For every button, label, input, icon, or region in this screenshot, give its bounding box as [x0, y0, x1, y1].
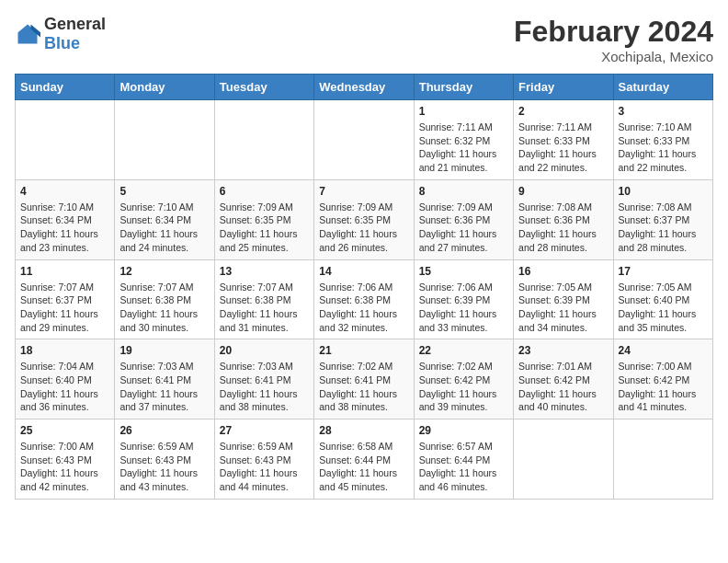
calendar-cell: 19Sunrise: 7:03 AM Sunset: 6:41 PM Dayli…	[115, 339, 214, 419]
day-number: 26	[119, 424, 209, 437]
calendar-cell: 17Sunrise: 7:05 AM Sunset: 6:40 PM Dayli…	[613, 259, 712, 339]
calendar-cell: 4Sunrise: 7:10 AM Sunset: 6:34 PM Daylig…	[16, 179, 115, 259]
day-number: 16	[518, 265, 608, 278]
day-number: 24	[619, 344, 708, 357]
day-number: 29	[419, 424, 508, 437]
calendar-cell: 23Sunrise: 7:01 AM Sunset: 6:42 PM Dayli…	[514, 339, 613, 419]
day-info: Sunrise: 7:10 AM Sunset: 6:33 PM Dayligh…	[619, 121, 708, 175]
day-number: 5	[119, 185, 209, 198]
calendar-cell: 2Sunrise: 7:11 AM Sunset: 6:33 PM Daylig…	[514, 100, 613, 180]
month-year-title: February 2024	[514, 15, 713, 49]
day-number: 9	[518, 185, 608, 198]
weekday-header-row: SundayMondayTuesdayWednesdayThursdayFrid…	[16, 75, 713, 100]
day-info: Sunrise: 7:00 AM Sunset: 6:42 PM Dayligh…	[619, 360, 708, 414]
calendar-cell: 7Sunrise: 7:09 AM Sunset: 6:35 PM Daylig…	[314, 179, 414, 259]
calendar-cell: 9Sunrise: 7:08 AM Sunset: 6:36 PM Daylig…	[514, 179, 613, 259]
calendar-cell: 8Sunrise: 7:09 AM Sunset: 6:36 PM Daylig…	[414, 179, 513, 259]
calendar-week-row: 1Sunrise: 7:11 AM Sunset: 6:32 PM Daylig…	[16, 100, 713, 180]
calendar-cell	[115, 100, 214, 180]
day-info: Sunrise: 7:06 AM Sunset: 6:39 PM Dayligh…	[419, 281, 508, 335]
day-number: 13	[220, 265, 309, 278]
day-info: Sunrise: 6:58 AM Sunset: 6:44 PM Dayligh…	[319, 440, 408, 494]
calendar-cell: 20Sunrise: 7:03 AM Sunset: 6:41 PM Dayli…	[214, 339, 313, 419]
day-info: Sunrise: 7:08 AM Sunset: 6:37 PM Dayligh…	[619, 201, 708, 255]
weekday-header-tuesday: Tuesday	[214, 75, 313, 100]
logo: General Blue	[15, 15, 106, 53]
day-number: 8	[419, 185, 508, 198]
calendar-cell	[613, 419, 712, 500]
weekday-header-sunday: Sunday	[16, 75, 115, 100]
title-block: February 2024 Xochipala, Mexico	[514, 15, 713, 64]
day-info: Sunrise: 6:57 AM Sunset: 6:44 PM Dayligh…	[419, 440, 508, 494]
weekday-header-thursday: Thursday	[414, 75, 513, 100]
day-number: 18	[20, 344, 109, 357]
day-info: Sunrise: 7:01 AM Sunset: 6:42 PM Dayligh…	[518, 360, 608, 414]
day-info: Sunrise: 6:59 AM Sunset: 6:43 PM Dayligh…	[119, 440, 209, 494]
day-info: Sunrise: 7:05 AM Sunset: 6:39 PM Dayligh…	[518, 281, 608, 335]
day-info: Sunrise: 7:08 AM Sunset: 6:36 PM Dayligh…	[518, 201, 608, 255]
day-number: 2	[518, 105, 608, 118]
calendar-cell: 15Sunrise: 7:06 AM Sunset: 6:39 PM Dayli…	[414, 259, 513, 339]
day-number: 22	[419, 344, 508, 357]
day-info: Sunrise: 7:07 AM Sunset: 6:38 PM Dayligh…	[220, 281, 309, 335]
calendar-week-row: 18Sunrise: 7:04 AM Sunset: 6:40 PM Dayli…	[16, 339, 713, 419]
logo-text-blue: Blue	[44, 34, 80, 52]
calendar-cell: 3Sunrise: 7:10 AM Sunset: 6:33 PM Daylig…	[613, 100, 712, 180]
svg-marker-0	[18, 25, 38, 44]
calendar-cell: 14Sunrise: 7:06 AM Sunset: 6:38 PM Dayli…	[314, 259, 414, 339]
day-number: 23	[518, 344, 608, 357]
calendar-cell	[514, 419, 613, 500]
day-info: Sunrise: 7:02 AM Sunset: 6:41 PM Dayligh…	[319, 360, 408, 414]
calendar-cell: 13Sunrise: 7:07 AM Sunset: 6:38 PM Dayli…	[214, 259, 313, 339]
day-number: 28	[319, 424, 408, 437]
weekday-header-monday: Monday	[115, 75, 214, 100]
logo-icon	[15, 21, 40, 47]
day-info: Sunrise: 7:00 AM Sunset: 6:43 PM Dayligh…	[20, 440, 109, 494]
calendar-cell: 18Sunrise: 7:04 AM Sunset: 6:40 PM Dayli…	[16, 339, 115, 419]
day-number: 11	[20, 265, 109, 278]
day-number: 7	[319, 185, 408, 198]
day-info: Sunrise: 7:10 AM Sunset: 6:34 PM Dayligh…	[119, 201, 209, 255]
day-number: 10	[619, 185, 708, 198]
day-info: Sunrise: 7:03 AM Sunset: 6:41 PM Dayligh…	[220, 360, 309, 414]
day-info: Sunrise: 7:09 AM Sunset: 6:36 PM Dayligh…	[419, 201, 508, 255]
day-number: 19	[119, 344, 209, 357]
calendar-cell	[314, 100, 414, 180]
calendar-week-row: 4Sunrise: 7:10 AM Sunset: 6:34 PM Daylig…	[16, 179, 713, 259]
day-number: 6	[220, 185, 309, 198]
weekday-header-saturday: Saturday	[613, 75, 712, 100]
calendar-cell	[16, 100, 115, 180]
day-number: 25	[20, 424, 109, 437]
calendar-cell: 25Sunrise: 7:00 AM Sunset: 6:43 PM Dayli…	[16, 419, 115, 500]
day-number: 15	[419, 265, 508, 278]
calendar-cell: 28Sunrise: 6:58 AM Sunset: 6:44 PM Dayli…	[314, 419, 414, 500]
day-number: 14	[319, 265, 408, 278]
calendar-cell: 27Sunrise: 6:59 AM Sunset: 6:43 PM Dayli…	[214, 419, 313, 500]
day-number: 4	[20, 185, 109, 198]
day-info: Sunrise: 7:04 AM Sunset: 6:40 PM Dayligh…	[20, 360, 109, 414]
day-number: 27	[220, 424, 309, 437]
calendar-week-row: 25Sunrise: 7:00 AM Sunset: 6:43 PM Dayli…	[16, 419, 713, 500]
calendar-cell	[214, 100, 313, 180]
day-info: Sunrise: 7:09 AM Sunset: 6:35 PM Dayligh…	[319, 201, 408, 255]
weekday-header-friday: Friday	[514, 75, 613, 100]
calendar-cell: 29Sunrise: 6:57 AM Sunset: 6:44 PM Dayli…	[414, 419, 513, 500]
calendar-week-row: 11Sunrise: 7:07 AM Sunset: 6:37 PM Dayli…	[16, 259, 713, 339]
day-info: Sunrise: 7:02 AM Sunset: 6:42 PM Dayligh…	[419, 360, 508, 414]
day-number: 12	[119, 265, 209, 278]
day-info: Sunrise: 7:11 AM Sunset: 6:33 PM Dayligh…	[518, 121, 608, 175]
day-number: 21	[319, 344, 408, 357]
day-number: 1	[419, 105, 508, 118]
weekday-header-wednesday: Wednesday	[314, 75, 414, 100]
calendar-cell: 26Sunrise: 6:59 AM Sunset: 6:43 PM Dayli…	[115, 419, 214, 500]
day-info: Sunrise: 7:09 AM Sunset: 6:35 PM Dayligh…	[220, 201, 309, 255]
day-info: Sunrise: 7:10 AM Sunset: 6:34 PM Dayligh…	[20, 201, 109, 255]
day-info: Sunrise: 6:59 AM Sunset: 6:43 PM Dayligh…	[220, 440, 309, 494]
day-info: Sunrise: 7:05 AM Sunset: 6:40 PM Dayligh…	[619, 281, 708, 335]
day-info: Sunrise: 7:07 AM Sunset: 6:37 PM Dayligh…	[20, 281, 109, 335]
calendar-table: SundayMondayTuesdayWednesdayThursdayFrid…	[15, 74, 713, 500]
logo-text-general: General	[44, 15, 106, 33]
page-header: General Blue February 2024 Xochipala, Me…	[15, 15, 713, 64]
calendar-cell: 16Sunrise: 7:05 AM Sunset: 6:39 PM Dayli…	[514, 259, 613, 339]
day-number: 3	[619, 105, 708, 118]
